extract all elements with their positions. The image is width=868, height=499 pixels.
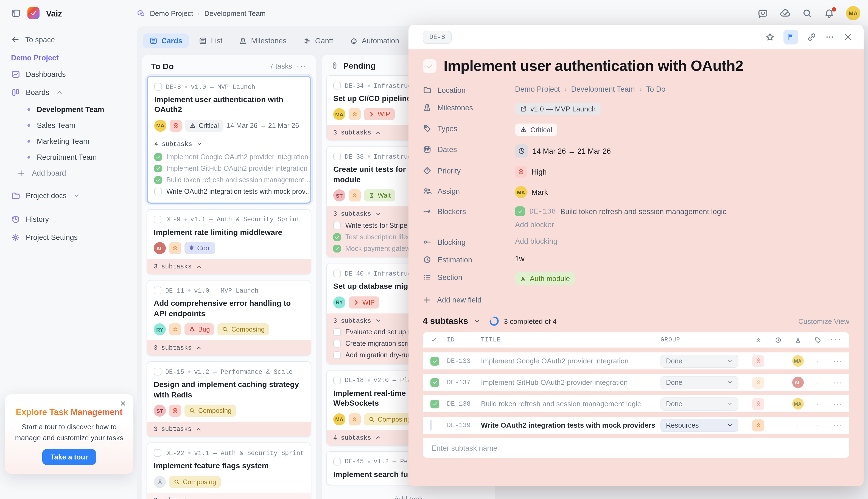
flag-icon[interactable]: [783, 29, 798, 45]
task-checkbox[interactable]: [333, 82, 341, 89]
location-board-link[interactable]: Development Team: [571, 85, 635, 93]
group-select[interactable]: Done: [660, 354, 738, 367]
task-complete-checkbox[interactable]: [423, 59, 437, 73]
checked-icon[interactable]: [430, 378, 439, 387]
take-a-tour-button[interactable]: Take a tour: [42, 449, 96, 465]
add-board-button[interactable]: Add board: [0, 165, 137, 181]
subtasks-toggle[interactable]: 4 subtasks: [148, 137, 310, 151]
estimation-value[interactable]: 1w: [515, 255, 525, 263]
assignee-avatar[interactable]: MA: [792, 398, 804, 410]
blocker-done-icon[interactable]: [515, 206, 525, 216]
user-avatar[interactable]: MA: [846, 6, 860, 20]
more-column-icon[interactable]: ···: [827, 337, 842, 343]
star-icon[interactable]: [765, 33, 775, 42]
assignee-avatar[interactable]: MA: [515, 186, 527, 198]
task-card-de-8[interactable]: DE-8v1.0 — MVP Launch Implement user aut…: [147, 76, 311, 204]
assignee-name[interactable]: Mark: [531, 188, 548, 196]
task-card-de-15[interactable]: DE-15v1.2 — Performance & Scale Design a…: [147, 362, 311, 437]
checked-icon[interactable]: [430, 399, 439, 408]
subtask-title[interactable]: Write OAuth2 integration tests with mock…: [481, 421, 660, 429]
sidebar-item-project-settings[interactable]: Project Settings: [0, 228, 137, 246]
back-to-space[interactable]: To space: [0, 31, 137, 48]
sidebar-board-development-team[interactable]: Development Team: [0, 101, 137, 118]
unchecked-icon[interactable]: [333, 340, 341, 348]
subtask-name-input[interactable]: [430, 443, 842, 453]
chevron-down-icon[interactable]: [473, 317, 481, 325]
row-menu-icon[interactable]: ···: [827, 356, 842, 366]
subtasks-toggle[interactable]: 3 subtasks: [147, 341, 311, 355]
badge-composing[interactable]: Composing: [364, 413, 415, 425]
subtasks-count[interactable]: 4 subtasks: [423, 316, 468, 326]
task-checkbox[interactable]: [333, 153, 341, 161]
checked-icon[interactable]: [333, 233, 341, 241]
notifications-bell-icon[interactable]: [824, 8, 834, 19]
subtasks-toggle[interactable]: 3 subtasks: [147, 259, 311, 274]
checked-icon[interactable]: [430, 356, 439, 365]
task-checkbox[interactable]: [333, 458, 341, 465]
tab-automation[interactable]: Automation: [343, 34, 406, 48]
tab-list[interactable]: List: [193, 34, 229, 48]
sidebar-item-dashboards[interactable]: Dashboards: [0, 65, 137, 83]
subtask-item[interactable]: Write OAuth2 integration tests with mock…: [148, 186, 310, 198]
unchecked-icon[interactable]: [333, 352, 341, 359]
task-card-de-11[interactable]: DE-11v1.0 — MVP Launch Add comprehensive…: [147, 280, 311, 356]
blocker-task-id[interactable]: DE-138: [529, 207, 556, 216]
location-project-link[interactable]: Demo Project: [515, 85, 560, 93]
customize-view-link[interactable]: Customize View: [798, 317, 849, 325]
task-checkbox[interactable]: [154, 449, 161, 457]
add-task-button[interactable]: Add task: [326, 491, 491, 499]
badge-composing[interactable]: Composing: [218, 324, 269, 336]
badge-composing[interactable]: Composing: [169, 476, 220, 488]
sidebar-item-project-docs[interactable]: Project docs: [0, 187, 137, 205]
vaiz-logo-icon[interactable]: [27, 7, 39, 19]
unchecked-icon[interactable]: [333, 222, 341, 230]
unchecked-icon[interactable]: [333, 329, 341, 336]
column-menu-icon[interactable]: ···: [296, 61, 307, 71]
sidebar-toggle-icon[interactable]: [11, 8, 21, 18]
sidebar-project-name[interactable]: Demo Project: [0, 48, 137, 65]
tab-milestones[interactable]: Milestones: [233, 34, 293, 48]
subtask-title[interactable]: Build token refresh and session manageme…: [481, 400, 660, 408]
tab-cards[interactable]: Cards: [143, 34, 189, 48]
blocker-task-title[interactable]: Build token refresh and session manageme…: [560, 207, 726, 216]
breadcrumb-project[interactable]: Demo Project: [150, 9, 193, 17]
task-id-chip[interactable]: DE-8: [423, 31, 452, 44]
type-chip-critical[interactable]: Critical: [515, 123, 557, 136]
badge-cool[interactable]: ❄Cool: [184, 242, 215, 254]
more-options-icon[interactable]: [825, 33, 834, 42]
group-select[interactable]: Done: [660, 376, 738, 389]
dates-value[interactable]: 14 Mar 26 → 21 Mar 26: [533, 147, 611, 155]
task-checkbox[interactable]: [154, 83, 162, 90]
subtask-row[interactable]: DE-137 Implement GitHub OAuth2 provider …: [423, 374, 849, 391]
task-checkbox[interactable]: [333, 270, 341, 278]
priority-medium-icon[interactable]: [752, 376, 764, 388]
priority-high-icon[interactable]: [752, 355, 764, 367]
modal-task-title[interactable]: Implement user authentication with OAuth…: [444, 58, 743, 75]
task-card-de-9[interactable]: DE-9v1.1 — Auth & Security Sprint Implem…: [147, 209, 311, 275]
sidebar-board-marketing-team[interactable]: Marketing Team: [0, 133, 137, 149]
badge-wait[interactable]: Wait: [364, 190, 395, 202]
search-icon[interactable]: [802, 8, 812, 19]
subtask-row[interactable]: DE-139 Write OAuth2 integration tests wi…: [423, 417, 849, 434]
assignee-avatar[interactable]: AL: [792, 377, 804, 388]
checked-icon[interactable]: [333, 245, 341, 253]
add-blocker-button[interactable]: Add blocker: [515, 221, 554, 229]
section-chip[interactable]: Auth module: [515, 272, 575, 285]
subtask-title[interactable]: Implement GitHub OAuth2 provider integra…: [481, 378, 660, 387]
priority-high-icon[interactable]: [752, 398, 764, 410]
row-menu-icon[interactable]: ···: [827, 399, 842, 409]
breadcrumb-board[interactable]: Development Team: [204, 9, 266, 17]
type-badge-critical[interactable]: Critical: [185, 120, 223, 132]
sidebar-item-history[interactable]: History: [0, 210, 137, 228]
close-icon[interactable]: [843, 33, 853, 42]
subtasks-toggle[interactable]: 3 subtasks: [147, 493, 311, 499]
task-card-de-22[interactable]: DE-22v1.1 — Auth & Security Sprint Imple…: [147, 443, 311, 499]
add-new-field-button[interactable]: Add new field: [423, 296, 849, 304]
close-icon[interactable]: [119, 400, 127, 407]
subtask-item[interactable]: Implement GitHub OAuth2 provider integra…: [148, 163, 310, 174]
add-blocking-button[interactable]: Add blocking: [515, 237, 558, 245]
assignee-avatar[interactable]: MA: [792, 355, 804, 367]
subtask-item[interactable]: Implement Google OAuth2 provider integra…: [148, 151, 310, 163]
task-checkbox[interactable]: [333, 377, 341, 384]
subtask-item[interactable]: Build token refresh and session manageme…: [148, 174, 310, 186]
